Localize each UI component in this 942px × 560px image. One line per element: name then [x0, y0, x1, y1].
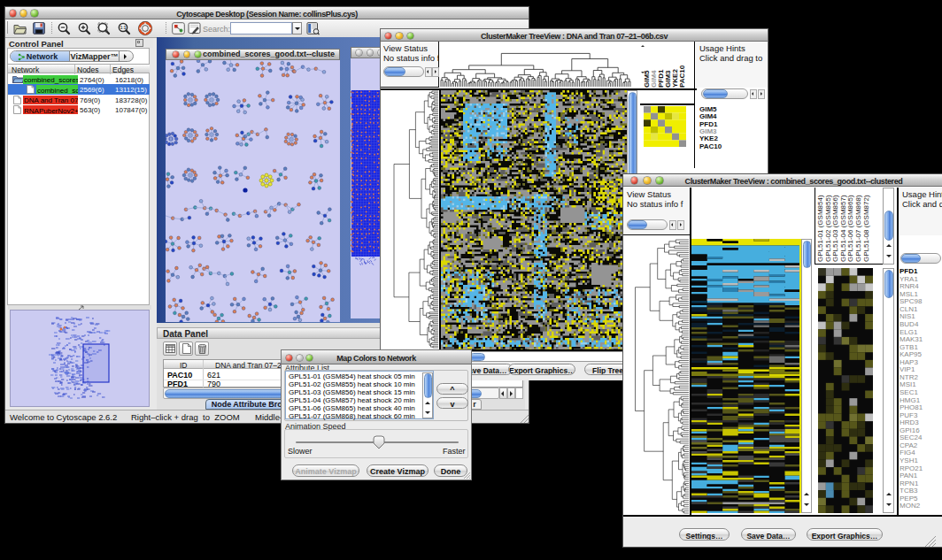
svg-text:1:1: 1:1	[120, 25, 126, 29]
